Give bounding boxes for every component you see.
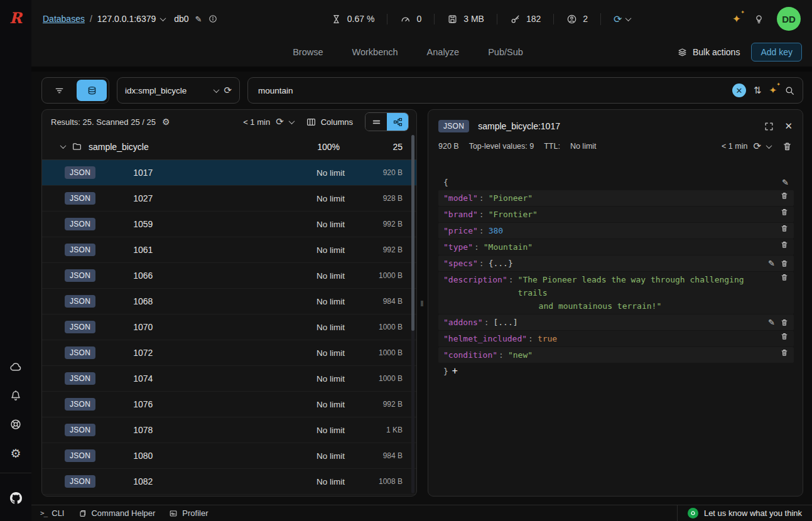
key-row[interactable]: JSON 1074 No limit 1000 B — [42, 366, 416, 392]
command-helper-button[interactable]: Command Helper — [78, 508, 155, 518]
bottom-bar: >_ CLI Command Helper Profiler Let us kn… — [31, 505, 812, 521]
search-input[interactable] — [258, 86, 725, 95]
key-row[interactable]: JSON 1076 No limit 992 B — [42, 392, 416, 417]
key-row[interactable]: JSON 1072 No limit 1000 B — [42, 340, 416, 366]
delete-field-trash-icon[interactable] — [780, 259, 789, 268]
list-settings-gear-icon[interactable]: ⚙ — [162, 117, 170, 127]
list-scrollbar-thumb[interactable] — [411, 135, 414, 331]
edit-field-pencil-icon[interactable]: ✎ — [768, 316, 775, 329]
delete-key-trash-icon[interactable] — [782, 141, 793, 152]
panels: ‖ Results: 25. Scanned 25 / 25 ⚙ < 1 min… — [41, 109, 803, 497]
databases-link[interactable]: Databases — [43, 14, 85, 24]
close-icon[interactable]: ✕ — [784, 121, 793, 132]
json-value-line1: "Frontier" — [489, 208, 538, 221]
delete-field-trash-icon[interactable] — [780, 191, 789, 200]
key-row[interactable]: JSON 1061 No limit 992 B — [42, 237, 416, 263]
copilot-sparkles-icon[interactable]: ✦ — [732, 13, 741, 25]
key-row[interactable]: JSON 1082 No limit 1008 B — [42, 469, 416, 495]
hourglass-icon — [331, 14, 342, 24]
key-row[interactable]: JSON 1080 No limit 984 B — [42, 443, 416, 469]
json-field-row[interactable]: "helmet_included" : true — [438, 331, 794, 346]
edit-db-alias-icon[interactable]: ✎ — [195, 14, 202, 24]
help-center-icon[interactable] — [0, 410, 31, 439]
details-ttl-value[interactable]: No limit — [570, 142, 597, 151]
delete-field-trash-icon[interactable] — [780, 208, 789, 217]
cli-button[interactable]: >_ CLI — [40, 508, 64, 518]
chevron-down-icon[interactable] — [160, 15, 166, 21]
stat-keys-value: 182 — [526, 14, 541, 24]
key-row[interactable]: JSON 1078 No limit 1 KB — [42, 417, 416, 443]
delete-field-trash-icon[interactable] — [780, 332, 789, 341]
delete-field-trash-icon[interactable] — [780, 348, 789, 357]
chevron-down-icon[interactable] — [766, 142, 772, 149]
delete-field-trash-icon[interactable] — [780, 224, 789, 233]
delete-field-trash-icon[interactable] — [780, 240, 789, 249]
json-field-row[interactable]: "description" : "The Pioneer leads the w… — [438, 272, 794, 314]
stat-cpu-value: 0.67 % — [347, 14, 375, 24]
details-size: 920 B — [438, 142, 459, 151]
json-field-row[interactable]: "brand" : "Frontier" — [438, 207, 794, 222]
bulk-actions-button[interactable]: Bulk actions — [677, 47, 740, 58]
key-row[interactable]: JSON 1070 No limit 1000 B — [42, 314, 416, 340]
database-host[interactable]: 127.0.0.1:6379 — [97, 14, 156, 24]
key-row[interactable]: JSON 1017 No limit 920 B — [42, 160, 416, 186]
index-select[interactable]: idx:smpl_bicycle ⟳ — [117, 77, 240, 104]
list-refresh-icon[interactable]: ⟳ — [276, 116, 284, 127]
profiler-button[interactable]: Profiler — [169, 508, 208, 518]
tree-view-button[interactable] — [387, 113, 408, 131]
insights-lightbulb-icon[interactable] — [754, 14, 764, 24]
settings-gear-icon[interactable]: ⚙ — [0, 439, 31, 468]
user-avatar[interactable]: DD — [777, 7, 801, 31]
tab[interactable]: Workbench — [352, 38, 398, 67]
json-field-row[interactable]: "type" : "Mountain" — [438, 239, 794, 255]
columns-label: Columns — [321, 117, 353, 127]
add-key-button[interactable]: Add key — [751, 43, 802, 62]
sort-icon[interactable]: ⇅ — [754, 85, 762, 96]
json-field-row[interactable]: "price" : 380 — [438, 223, 794, 239]
tab[interactable]: Browse — [293, 38, 323, 67]
json-field-row[interactable]: "condition" : "new" — [438, 347, 794, 363]
query-sparkles-icon[interactable]: ✦ — [769, 85, 777, 96]
tab[interactable]: Analyze — [427, 38, 460, 67]
tab[interactable]: Pub/Sub — [488, 38, 523, 67]
github-icon[interactable] — [0, 483, 31, 512]
json-field-value: true — [538, 332, 557, 345]
search-icon[interactable] — [784, 85, 795, 96]
feedback-button[interactable]: Let us know what you think — [677, 505, 812, 521]
clear-search-icon[interactable]: ✕ — [732, 83, 746, 97]
key-row[interactable]: JSON 1059 No limit 992 B — [42, 212, 416, 237]
list-view-button[interactable] — [365, 113, 387, 131]
chevron-down-icon[interactable] — [288, 118, 295, 124]
refresh-index-icon[interactable]: ⟳ — [224, 85, 232, 96]
details-key-name[interactable]: sample_bicycle:1017 — [478, 121, 560, 131]
columns-toggle[interactable]: Columns — [306, 117, 353, 127]
add-field-button[interactable]: + — [452, 365, 458, 378]
key-list-panel: Results: 25. Scanned 25 / 25 ⚙ < 1 min ⟳… — [41, 109, 417, 497]
edit-json-pencil-icon[interactable]: ✎ — [782, 176, 789, 189]
details-refresh-icon[interactable]: ⟳ — [753, 141, 761, 152]
json-field-row[interactable]: "specs" : {...} ✎ — [438, 255, 794, 271]
key-name: 1074 — [133, 373, 153, 384]
key-row[interactable]: JSON 1068 No limit 984 B — [42, 289, 416, 314]
delete-field-trash-icon[interactable] — [780, 318, 789, 327]
type-badge: JSON — [65, 166, 95, 179]
fullscreen-icon[interactable] — [764, 121, 774, 132]
search-by-index-button[interactable] — [77, 80, 107, 101]
redis-logo-icon[interactable]: R — [9, 9, 22, 27]
json-colon: : — [479, 191, 484, 205]
delete-field-trash-icon[interactable] — [780, 273, 789, 282]
json-field-row[interactable]: "model" : "Pioneer" — [438, 190, 794, 206]
notifications-bell-icon[interactable] — [0, 381, 31, 410]
json-field-row[interactable]: "addons" : [...] ✎ — [438, 314, 794, 330]
stats-refresh-button[interactable]: ⟳ — [600, 13, 631, 25]
key-row[interactable]: JSON 1027 No limit 928 B — [42, 186, 416, 212]
key-row[interactable]: JSON 1066 No limit 1000 B — [42, 263, 416, 289]
info-icon[interactable] — [208, 14, 217, 23]
json-value-line2: and mountainous terrain!" — [539, 299, 774, 313]
json-row-icons: ✎ — [762, 257, 789, 270]
filter-by-pattern-button[interactable] — [44, 80, 74, 101]
tree-group-row[interactable]: sample_bicycle 100% 25 — [42, 134, 416, 160]
panel-resize-handle[interactable]: ‖ — [420, 298, 424, 308]
edit-field-pencil-icon[interactable]: ✎ — [768, 257, 775, 270]
cloud-icon[interactable] — [0, 352, 31, 381]
